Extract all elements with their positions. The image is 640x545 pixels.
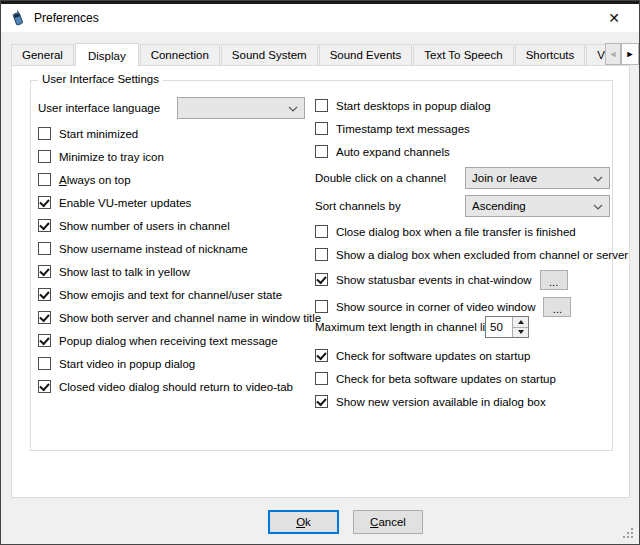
language-label: User interface language [38, 97, 160, 119]
tab[interactable]: Sound System [221, 44, 318, 66]
checkbox[interactable] [315, 99, 328, 112]
checkbox-label: Check for beta software updates on start… [336, 373, 556, 385]
tab[interactable]: Shortcuts [515, 44, 586, 66]
checkbox[interactable] [38, 357, 51, 370]
tab-label: Sound System [232, 49, 307, 61]
tab[interactable]: Sound Events [319, 44, 413, 66]
checkbox-row[interactable]: Enable VU-meter updates [38, 191, 321, 214]
checkbox[interactable] [38, 334, 51, 347]
checkbox[interactable] [315, 372, 328, 385]
checkbox-label: Always on top [59, 174, 131, 186]
checkbox-label: Show a dialog box when excluded from cha… [336, 249, 628, 261]
checkbox-row[interactable]: Close dialog box when a file transfer is… [315, 220, 628, 243]
checkbox[interactable] [38, 127, 51, 140]
checkbox[interactable] [315, 273, 328, 286]
checkbox-row[interactable]: Show number of users in channel [38, 214, 321, 237]
checkbox-row[interactable]: Show a dialog box when excluded from cha… [315, 243, 628, 266]
checkbox[interactable] [315, 248, 328, 261]
sort-channels-select[interactable]: Ascending [465, 195, 610, 217]
tab-label: Display [88, 50, 126, 62]
checkbox-label: Auto expand channels [336, 146, 450, 158]
tab[interactable]: Video [586, 44, 605, 66]
checkbox[interactable] [315, 122, 328, 135]
spin-down-button[interactable] [513, 327, 528, 338]
chevron-down-icon [288, 106, 298, 112]
checkbox-label: Timestamp text messages [336, 123, 470, 135]
ellipsis-button[interactable]: ... [540, 270, 568, 290]
checkbox-row[interactable]: Auto expand channels [315, 140, 491, 163]
checkbox-row[interactable]: Start minimized [38, 122, 321, 145]
checkbox-row[interactable]: Always on top [38, 168, 321, 191]
checkbox-label: Show username instead of nickname [59, 243, 248, 255]
checkbox[interactable] [38, 219, 51, 232]
checkbox[interactable] [38, 265, 51, 278]
tab[interactable]: Connection [140, 44, 220, 66]
checkbox-label: Show last to talk in yellow [59, 266, 190, 278]
checkbox-label: Closed video dialog should return to vid… [59, 381, 293, 393]
close-icon: ✕ [608, 10, 620, 26]
tab-label: Sound Events [330, 49, 402, 61]
checkbox-row[interactable]: Show statusbar events in chat-window ... [315, 266, 628, 293]
checkbox-row[interactable]: Show both server and channel name in win… [38, 306, 321, 329]
checkbox-label: Show new version available in dialog box [336, 396, 546, 408]
checkbox[interactable] [38, 311, 51, 324]
checkbox[interactable] [315, 395, 328, 408]
app-icon [10, 10, 26, 26]
tab-label: Shortcuts [526, 49, 575, 61]
checkbox-row[interactable]: Show emojis and text for channel/user st… [38, 283, 321, 306]
triangle-down-icon [518, 330, 524, 334]
double-click-select[interactable]: Join or leave [465, 167, 610, 189]
checkbox[interactable] [315, 225, 328, 238]
checkbox[interactable] [38, 288, 51, 301]
max-text-length-spinner[interactable]: 50 [485, 316, 529, 338]
checkbox-label: Start video in popup dialog [59, 358, 195, 370]
checkbox-label: Minimize to tray icon [59, 151, 164, 163]
tab[interactable]: Text To Speech [413, 44, 513, 66]
group-title: User Interface Settings [38, 73, 163, 85]
checkbox[interactable] [38, 380, 51, 393]
tab-bar: General Display Connection Sound System … [11, 42, 605, 66]
resize-grip[interactable] [623, 528, 635, 540]
checkbox-row[interactable]: Popup dialog when receiving text message [38, 329, 321, 352]
checkbox-label: Start minimized [59, 128, 138, 140]
max-text-length-label: Maximum text length in channel list [315, 316, 494, 338]
ok-button[interactable]: Ok [268, 510, 339, 534]
spin-up-button[interactable] [513, 317, 528, 327]
ok-button-label: Ok [296, 516, 311, 528]
checkbox[interactable] [38, 242, 51, 255]
tab-panel-display: User Interface Settings User interface l… [11, 65, 630, 498]
spinner-buttons [512, 317, 528, 337]
checkbox[interactable] [38, 173, 51, 186]
checkbox-row[interactable]: Check for beta software updates on start… [315, 367, 556, 390]
checkbox-row[interactable]: Timestamp text messages [315, 117, 491, 140]
checkbox-row[interactable]: Show new version available in dialog box [315, 390, 556, 413]
checkbox[interactable] [315, 349, 328, 362]
tab[interactable]: General [11, 44, 74, 66]
checkbox-row[interactable]: Closed video dialog should return to vid… [38, 375, 321, 398]
checkbox[interactable] [315, 145, 328, 158]
checkbox-label: Show emojis and text for channel/user st… [59, 289, 282, 301]
tab-label: Text To Speech [424, 49, 502, 61]
ellipsis-button[interactable]: ... [543, 297, 571, 317]
checkbox-row[interactable]: Check for software updates on startup [315, 344, 556, 367]
checkbox-row[interactable]: Show last to talk in yellow [38, 260, 321, 283]
tab-scroll-left-button[interactable]: ◄ [605, 43, 621, 65]
triangle-up-icon [518, 320, 524, 324]
checkbox-row[interactable]: Start video in popup dialog [38, 352, 321, 375]
checkbox-row[interactable]: Show username instead of nickname [38, 237, 321, 260]
close-button[interactable]: ✕ [599, 4, 629, 32]
tab-scroll-right-button[interactable]: ► [621, 43, 639, 65]
chevron-left-icon: ◄ [609, 49, 618, 59]
checkbox[interactable] [38, 196, 51, 209]
cancel-button[interactable]: Cancel [353, 510, 423, 534]
checkbox-row[interactable]: Start desktops in popup dialog [315, 94, 491, 117]
checkbox[interactable] [315, 300, 328, 313]
checkbox[interactable] [38, 150, 51, 163]
checkbox-row[interactable]: Minimize to tray icon [38, 145, 321, 168]
language-select[interactable] [177, 97, 305, 119]
max-text-length-value: 50 [486, 317, 512, 337]
double-click-value: Join or leave [472, 172, 537, 184]
tab[interactable]: Display [75, 43, 139, 66]
titlebar: Preferences ✕ [1, 4, 639, 32]
right-top-checkbox-list: Start desktops in popup dialog Timestamp… [315, 94, 491, 163]
